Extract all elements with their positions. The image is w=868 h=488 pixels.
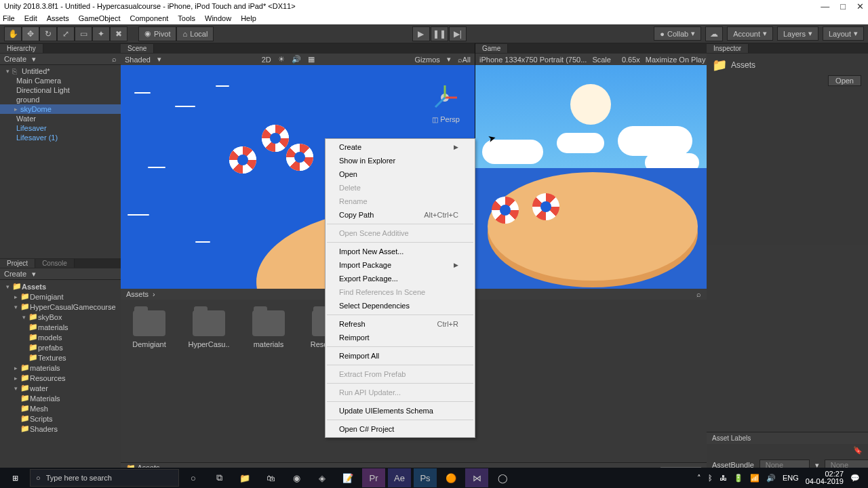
project-folder[interactable]: ▸📁Resources (0, 373, 121, 383)
context-menu-item[interactable]: Import New Asset... (326, 245, 475, 258)
context-menu-item[interactable]: Update UIElements Schema (326, 404, 475, 418)
chrome-icon[interactable]: ◉ (285, 468, 308, 487)
menu-help[interactable]: Help (241, 14, 256, 22)
project-search-icon[interactable]: ⌕ (696, 290, 701, 298)
rect-tool-button[interactable]: ▭ (75, 26, 92, 41)
project-tab[interactable]: Project (0, 259, 35, 268)
move-tool-button[interactable]: ✥ (22, 26, 39, 41)
bluetooth-icon[interactable]: ᛒ (708, 474, 713, 482)
maximize-icon[interactable]: □ (840, 1, 846, 12)
menu-assets[interactable]: Assets (47, 14, 69, 22)
context-menu-item[interactable]: Show in Explorer (326, 154, 475, 167)
selected-lifesaver[interactable] (286, 144, 313, 171)
2d-toggle[interactable]: 2D (262, 56, 271, 64)
layout-dropdown[interactable]: Layout ▾ (823, 26, 864, 41)
scene-tab[interactable]: Scene (121, 44, 154, 53)
shaded-dropdown[interactable]: Shaded (125, 56, 151, 64)
fx-icon[interactable]: ▦ (308, 55, 315, 64)
collab-dropdown[interactable]: ● Collab ▾ (654, 26, 701, 41)
close-icon[interactable]: ✕ (856, 1, 864, 12)
view-gizmo[interactable] (430, 83, 460, 113)
context-menu-item[interactable]: Open C# Project (326, 422, 475, 436)
premiere-icon[interactable]: Pr (362, 468, 385, 487)
project-folder[interactable]: ▾📁water (0, 383, 121, 393)
store-icon[interactable]: 🛍 (259, 468, 282, 487)
project-root[interactable]: ▾📁Assets (0, 281, 121, 291)
context-menu-item[interactable]: Export Package... (326, 272, 475, 285)
hierarchy-search-icon[interactable]: ⌕ (112, 55, 117, 63)
network-icon[interactable]: 🖧 (719, 474, 727, 482)
project-folder[interactable]: 📁Materials (0, 393, 121, 403)
play-button[interactable]: ▶ (412, 26, 430, 41)
menu-edit[interactable]: Edit (24, 14, 37, 22)
aftereffects-icon[interactable]: Ae (388, 468, 411, 487)
hierarchy-item[interactable]: Directional Light (0, 85, 121, 95)
project-create[interactable]: Create (4, 270, 26, 278)
blender-icon[interactable]: 🟠 (439, 468, 462, 487)
step-button[interactable]: ▶| (449, 26, 467, 41)
display-dropdown[interactable]: iPhone 1334x750 Portrait (750... (479, 56, 587, 64)
asset-folder[interactable]: materials (248, 310, 289, 348)
menu-component[interactable]: Component (130, 14, 168, 22)
menu-tools[interactable]: Tools (178, 14, 195, 22)
hierarchy-tab[interactable]: Hierarchy (0, 44, 43, 53)
start-button[interactable]: ⊞ (3, 468, 27, 487)
light-icon[interactable]: ☀ (278, 55, 285, 64)
project-folder[interactable]: ▸📁Demigiant (0, 291, 121, 302)
menu-file[interactable]: File (3, 14, 15, 22)
custom-tool-button[interactable]: ✖ (110, 26, 127, 41)
project-folder[interactable]: 📁models (0, 332, 121, 342)
project-folder[interactable]: ▾📁skyBox (0, 312, 121, 322)
context-menu-item[interactable]: Reimport All (326, 349, 475, 363)
battery-icon[interactable]: 🔋 (734, 474, 743, 483)
tray-up-icon[interactable]: ˄ (697, 474, 701, 483)
search-all[interactable]: ⌕All (458, 56, 471, 64)
context-menu-item[interactable]: RefreshCtrl+R (326, 317, 475, 331)
hierarchy-item[interactable]: Main Camera (0, 76, 121, 85)
project-folder[interactable]: 📁Textures (0, 352, 121, 363)
label-icon[interactable]: 🔖 (853, 446, 863, 454)
hierarchy-item[interactable]: Lifesaver (0, 123, 121, 133)
taskbar-search[interactable]: ○ Type here to search (30, 469, 179, 487)
project-folder[interactable]: 📁prefabs (0, 342, 121, 352)
hierarchy-item[interactable]: ▸skyDome (0, 104, 121, 114)
layers-dropdown[interactable]: Layers ▾ (777, 26, 818, 41)
lang-indicator[interactable]: ENG (783, 474, 799, 482)
scale-tool-button[interactable]: ⤢ (57, 26, 75, 41)
project-folder[interactable]: 📁materials (0, 322, 121, 332)
minimize-icon[interactable]: — (821, 1, 829, 12)
visualstudio-icon[interactable]: ⋈ (465, 468, 488, 487)
project-folder[interactable]: 📁Shaders (0, 424, 121, 434)
local-toggle[interactable]: ⌂ Local (176, 26, 214, 41)
hierarchy-item[interactable]: Water (0, 114, 121, 123)
inspector-tab[interactable]: Inspector (707, 44, 749, 53)
obs-icon[interactable]: ◯ (491, 468, 514, 487)
persp-label[interactable]: ◫ Persp (432, 115, 460, 123)
pivot-toggle[interactable]: ◉ Pivot (138, 26, 176, 41)
context-menu-item[interactable]: Reimport (326, 331, 475, 344)
wifi-icon[interactable]: 📶 (750, 474, 760, 483)
asset-folder[interactable]: HyperCasu.. (189, 310, 229, 348)
cloud-button[interactable]: ☁ (705, 26, 723, 41)
project-folder[interactable]: 📁Scripts (0, 413, 121, 424)
breadcrumb[interactable]: Assets (126, 290, 149, 298)
context-menu-item[interactable]: Select Dependencies (326, 299, 475, 312)
photoshop-icon[interactable]: Ps (414, 468, 437, 487)
menu-gameobject[interactable]: GameObject (79, 14, 121, 22)
rotate-tool-button[interactable]: ↻ (39, 26, 57, 41)
taskview-icon[interactable]: ⧉ (208, 468, 231, 487)
maximize-toggle[interactable]: Maximize On Play (646, 56, 706, 64)
unity-icon[interactable]: ◈ (311, 468, 334, 487)
cortana-icon[interactable]: ○ (182, 468, 205, 487)
project-folder[interactable]: 📁Mesh (0, 403, 121, 413)
hand-tool-button[interactable]: ✋ (4, 26, 22, 41)
pause-button[interactable]: ❚❚ (431, 26, 448, 41)
audio-icon[interactable]: 🔊 (292, 55, 301, 64)
context-menu-item[interactable]: Copy PathAlt+Ctrl+C (326, 208, 475, 222)
clock-date[interactable]: 04-04-2019 (806, 478, 844, 485)
menu-window[interactable]: Window (205, 14, 231, 22)
context-menu-item[interactable]: Import Package▶ (326, 258, 475, 272)
hierarchy-item[interactable]: ground (0, 95, 121, 104)
volume-icon[interactable]: 🔊 (766, 474, 776, 483)
notification-icon[interactable]: 💬 (850, 474, 860, 483)
